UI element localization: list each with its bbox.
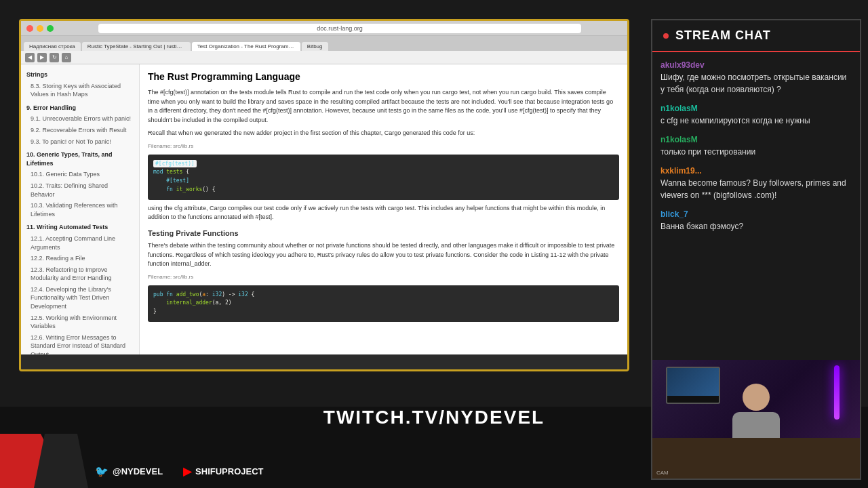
url-bar[interactable]: doc.rust-lang.org xyxy=(98,24,581,33)
youtube-link[interactable]: ▶ SHIFUPROJECT xyxy=(183,465,263,478)
reload-icon[interactable]: ↻ xyxy=(50,53,59,62)
chat-header: STREAM CHAT xyxy=(652,20,860,52)
chat-username-2: n1kolasM xyxy=(660,135,852,144)
doc-para3: There's debate within the testing commun… xyxy=(148,241,619,269)
chat-text-0: Шифу, где можно посмотреть открытые вака… xyxy=(660,71,852,96)
sidebar-item-12-3[interactable]: 12.3. Refactoring to Improve Modularity … xyxy=(21,264,139,284)
doc-middle: Recall that when we generated the new ad… xyxy=(148,129,619,138)
chat-text-3: Wanna become famous? Buy followers, prim… xyxy=(660,177,852,201)
chat-message-0: akulx93dev Шифу, где можно посмотреть от… xyxy=(660,60,852,96)
home-icon[interactable]: ⌂ xyxy=(62,53,71,62)
sidebar-item-9-3[interactable]: 9.3. To panic! or Not To panic! xyxy=(21,136,139,148)
chat-message-4: blick_7 Ванна бэкап фэмоус? xyxy=(660,209,852,232)
chat-username-1: n1kolasM xyxy=(660,104,852,113)
browser-toolbar: ◀ ▶ ↻ ⌂ xyxy=(21,51,627,64)
filename-2: Filename: src/lib.rs xyxy=(148,273,619,281)
webcam-desk xyxy=(652,438,860,479)
chat-text-2: только при тестировании xyxy=(660,146,852,158)
tab-2[interactable]: Rustic TypeState - Starting Out | rustin… xyxy=(82,42,191,51)
doc-para2: using the cfg attribute, Cargo compiles … xyxy=(148,204,619,222)
doc-h3-testing: Testing Private Functions xyxy=(148,228,619,239)
close-button[interactable] xyxy=(26,25,33,32)
doc-intro: The #[cfg(test)] annotation on the tests… xyxy=(148,88,619,125)
sidebar-item-10[interactable]: 10. Generic Types, Traits, and Lifetimes xyxy=(21,149,139,169)
forward-icon[interactable]: ▶ xyxy=(37,53,47,62)
chat-title: STREAM CHAT xyxy=(675,28,771,43)
chat-panel: STREAM CHAT akulx93dev Шифу, где можно п… xyxy=(651,19,861,480)
stream-area: doc.rust-lang.org Надписная строка Rusti… xyxy=(19,19,629,371)
sidebar-item-12-1[interactable]: 12.1. Accepting Command Line Arguments xyxy=(21,233,139,253)
sidebar-item-9-2[interactable]: 9.2. Recoverable Errors with Result xyxy=(21,125,139,136)
youtube-handle: SHIFUPROJECT xyxy=(195,466,263,476)
tab-bar: Надписная строка Rustic TypeState - Star… xyxy=(21,36,627,51)
twitter-handle: @NYDEVEL xyxy=(113,466,163,476)
webcam-area: CAM xyxy=(652,360,860,479)
filename-1: Filename: src/lib.rs xyxy=(148,142,619,150)
url-text: doc.rust-lang.org xyxy=(317,25,363,32)
tab-4[interactable]: Bitbug xyxy=(302,42,328,51)
traffic-lights xyxy=(26,25,54,32)
webcam-overlay-text: CAM xyxy=(656,470,669,476)
twitter-link[interactable]: 🐦 @NYDEVEL xyxy=(95,465,163,478)
code-block-2: pub fn add_two(a: i32) -> i32 { internal… xyxy=(148,285,619,322)
chat-messages: akulx93dev Шифу, где можно посмотреть от… xyxy=(652,52,860,360)
chat-text-1: c cfg не компилируются когда не нужны xyxy=(660,115,852,127)
code-block-1: #[cfg(test)] mod tests { #[test] fn it_w… xyxy=(148,155,619,200)
sidebar-item-12-4[interactable]: 12.4. Developing the Library's Functiona… xyxy=(21,284,139,312)
person-head xyxy=(743,384,770,411)
chat-text-4: Ванна бэкап фэмоус? xyxy=(660,220,852,232)
chat-indicator xyxy=(663,33,669,39)
social-links: 🐦 @NYDEVEL ▶ SHIFUPROJECT xyxy=(95,465,263,478)
chat-message-1: n1kolasM c cfg не компилируются когда не… xyxy=(660,104,852,127)
doc-content: The Rust Programming Language The #[cfg(… xyxy=(140,64,627,354)
chat-username-3: kxklim19... xyxy=(660,166,852,176)
back-icon[interactable]: ◀ xyxy=(25,53,35,62)
sidebar-item-9[interactable]: 9. Error Handling xyxy=(21,102,139,114)
tab-1[interactable]: Надписная строка xyxy=(24,42,81,51)
sidebar-item-10-1[interactable]: 10.1. Generic Data Types xyxy=(21,169,139,180)
webcam-monitor xyxy=(666,367,720,404)
minimize-button[interactable] xyxy=(37,25,43,32)
sidebar-item-9-1[interactable]: 9.1. Unrecoverable Errors with panic! xyxy=(21,113,139,125)
tab-3[interactable]: Test Organization - The Rust Programming… xyxy=(192,42,300,51)
maximize-button[interactable] xyxy=(47,25,54,32)
chat-username-0: akulx93dev xyxy=(660,60,852,70)
title-bar: doc.rust-lang.org xyxy=(21,21,627,36)
chat-message-3: kxklim19... Wanna become famous? Buy fol… xyxy=(660,166,852,201)
youtube-icon: ▶ xyxy=(183,465,191,478)
browser-content: Strings 8.3. Storing Keys with Associate… xyxy=(21,64,627,354)
sidebar-item-strings[interactable]: Strings xyxy=(21,69,139,81)
chat-username-4: blick_7 xyxy=(660,209,852,219)
chat-message-2: n1kolasM только при тестировании xyxy=(660,135,852,158)
sidebar-item-12-2[interactable]: 12.2. Reading a File xyxy=(21,253,139,264)
sidebar-item-10-2[interactable]: 10.2. Traits: Defining Shared Behavior xyxy=(21,180,139,200)
webcam-person xyxy=(729,384,783,445)
doc-title: The Rust Programming Language xyxy=(148,70,619,84)
sidebar-item-12-6[interactable]: 12.6. Writing Error Messages to Standard… xyxy=(21,332,139,354)
sidebar-item-8-3[interactable]: 8.3. Storing Keys with Associated Values… xyxy=(21,81,139,100)
twitch-url: TWITCH.TV/NYDEVEL xyxy=(323,407,545,428)
twitter-icon: 🐦 xyxy=(95,465,108,478)
sidebar-item-11[interactable]: 11. Writing Automated Tests xyxy=(21,222,139,233)
webcam-light-strip xyxy=(834,365,840,420)
sidebar-item-12-5[interactable]: 12.5. Working with Environment Variables xyxy=(21,312,139,332)
doc-sidebar: Strings 8.3. Storing Keys with Associate… xyxy=(21,64,140,354)
webcam-monitor-screen xyxy=(667,368,719,396)
window-chrome: doc.rust-lang.org Надписная строка Rusti… xyxy=(21,21,627,51)
sidebar-item-10-3[interactable]: 10.3. Validating References with Lifetim… xyxy=(21,200,139,220)
